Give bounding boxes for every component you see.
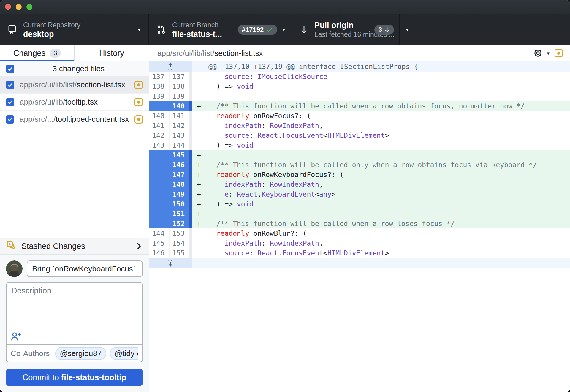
current-repository-button[interactable]: Current Repository desktop ▼ bbox=[0, 14, 149, 45]
old-line-number[interactable]: 144 bbox=[149, 228, 169, 238]
chevron-down-icon: ▼ bbox=[546, 51, 550, 56]
old-line-number[interactable]: 142 bbox=[149, 130, 169, 140]
old-line-number[interactable] bbox=[149, 150, 169, 160]
diff-row-added[interactable]: 145+ bbox=[149, 150, 570, 160]
diff-row-context[interactable]: 142143 source: React.FocusEvent<HTMLDivE… bbox=[149, 130, 570, 140]
diff-row-added[interactable]: 152+ /** This function will be called wh… bbox=[149, 219, 570, 228]
old-line-number[interactable]: 141 bbox=[149, 121, 169, 130]
new-line-number[interactable]: 153 bbox=[169, 228, 189, 238]
new-line-number[interactable]: 142 bbox=[169, 121, 189, 130]
diff-row-added[interactable]: 150+ ) => void bbox=[149, 199, 570, 209]
old-line-number[interactable] bbox=[149, 189, 169, 199]
diff-row-context[interactable]: 146155 source: React.FocusEvent<HTMLDivE… bbox=[149, 248, 570, 258]
expand-hunk-down-button[interactable] bbox=[149, 258, 192, 268]
file-checkbox[interactable] bbox=[6, 115, 14, 124]
diff-line-content: + ) => void bbox=[192, 199, 570, 209]
tab-history[interactable]: History bbox=[74, 45, 149, 61]
expand-hunk-up-button[interactable] bbox=[149, 61, 192, 72]
old-line-number[interactable] bbox=[149, 199, 169, 209]
stashed-changes-label: Stashed Changes bbox=[21, 242, 136, 251]
old-line-number[interactable] bbox=[149, 209, 169, 219]
old-line-number[interactable]: 145 bbox=[149, 238, 169, 248]
diff-line-content: + bbox=[192, 209, 570, 219]
gutter-band bbox=[189, 160, 192, 170]
old-line-number[interactable] bbox=[149, 160, 169, 170]
file-row[interactable]: app/src/ui/lib/tooltip.tsx bbox=[0, 94, 149, 111]
commit-button[interactable]: Commit to file-status-tooltip bbox=[6, 369, 143, 386]
new-line-number[interactable]: 137 bbox=[169, 72, 189, 81]
diff-row-context[interactable]: 139139 bbox=[149, 91, 570, 101]
file-row[interactable]: app/src/.../tooltipped-content.tsx bbox=[0, 111, 149, 128]
old-line-number[interactable]: 137 bbox=[149, 72, 169, 81]
diff-row-context[interactable]: 140141 readonly onRowFocus?: ( bbox=[149, 111, 570, 121]
new-line-number[interactable]: 140 bbox=[169, 101, 189, 111]
old-line-number[interactable]: 139 bbox=[149, 91, 169, 101]
file-checkbox[interactable] bbox=[6, 81, 14, 89]
diff-row-added[interactable]: 149+ e: React.KeyboardEvent<any> bbox=[149, 189, 570, 199]
pull-origin-button[interactable]: Pull origin Last fetched 16 minutes ... … bbox=[292, 14, 400, 45]
new-line-number[interactable]: 147 bbox=[169, 170, 189, 179]
new-line-number[interactable]: 145 bbox=[169, 150, 189, 160]
diff-line-content: + /** This function will be called when … bbox=[192, 219, 570, 228]
select-all-checkbox[interactable] bbox=[6, 65, 14, 73]
minimize-button[interactable] bbox=[16, 4, 22, 10]
commit-summary-input[interactable] bbox=[27, 260, 143, 277]
zoom-button[interactable] bbox=[26, 4, 32, 10]
new-line-number[interactable]: 146 bbox=[169, 160, 189, 170]
tab-changes[interactable]: Changes 3 bbox=[0, 45, 74, 61]
diff-row-added[interactable]: 151+ bbox=[149, 209, 570, 219]
new-line-number[interactable]: 154 bbox=[169, 238, 189, 248]
diff-row-context[interactable]: 143144 ) => void bbox=[149, 140, 570, 150]
gutter-band bbox=[189, 248, 192, 258]
coauthor-pill[interactable]: @sergiou87 bbox=[55, 347, 107, 360]
new-line-number[interactable]: 141 bbox=[169, 111, 189, 121]
new-line-number[interactable]: 155 bbox=[169, 248, 189, 258]
old-line-number[interactable]: 146 bbox=[149, 248, 169, 258]
diff-row-added[interactable]: 147+ readonly onRowKeyboardFocus?: ( bbox=[149, 170, 570, 179]
diff-line-code: /** This function will be called when a … bbox=[208, 220, 455, 227]
old-line-number[interactable] bbox=[149, 170, 169, 179]
file-row[interactable]: app/src/ui/lib/list/section-list.tsx bbox=[0, 76, 149, 94]
diff-row-context[interactable]: 137137 source: IMouseClickSource bbox=[149, 72, 570, 81]
new-line-number[interactable]: 139 bbox=[169, 91, 189, 101]
diff-empty-space bbox=[149, 268, 570, 392]
pull-options-button[interactable]: ▼ bbox=[400, 14, 415, 45]
new-line-number[interactable]: 138 bbox=[169, 81, 189, 91]
diff-line-code: e: React.KeyboardEvent<any> bbox=[208, 190, 335, 198]
new-line-number[interactable]: 144 bbox=[169, 140, 189, 150]
new-line-number[interactable]: 151 bbox=[169, 209, 189, 219]
gutter-band bbox=[189, 72, 192, 81]
old-line-number[interactable] bbox=[149, 179, 169, 189]
old-line-number[interactable]: 143 bbox=[149, 140, 169, 150]
stashed-changes-row[interactable]: Stashed Changes bbox=[0, 238, 149, 255]
modified-status-icon bbox=[134, 81, 143, 89]
new-line-number[interactable]: 149 bbox=[169, 189, 189, 199]
diff-row-context[interactable]: 138138 ) => void bbox=[149, 81, 570, 91]
new-line-number[interactable]: 148 bbox=[169, 179, 189, 189]
old-line-number[interactable]: 138 bbox=[149, 81, 169, 91]
tab-changes-label: Changes bbox=[13, 49, 45, 58]
new-line-number[interactable]: 152 bbox=[169, 219, 189, 228]
pr-status-badge[interactable]: #17192 bbox=[238, 25, 277, 35]
diff-row-context[interactable]: 141142 indexPath: RowIndexPath, bbox=[149, 121, 570, 130]
add-coauthor-button[interactable] bbox=[11, 331, 21, 342]
old-line-number[interactable] bbox=[149, 101, 169, 111]
branch-icon bbox=[157, 25, 166, 35]
diff-row-context[interactable]: 144153 readonly onRowBlur?: ( bbox=[149, 228, 570, 238]
diff-options-button[interactable]: ▼ bbox=[533, 48, 550, 58]
close-button[interactable] bbox=[5, 4, 11, 10]
new-line-number[interactable]: 143 bbox=[169, 130, 189, 140]
diff-row-added[interactable]: 140+ /** This function will be called wh… bbox=[149, 101, 570, 111]
modified-status-icon bbox=[134, 115, 143, 124]
diff-row-added[interactable]: 146+ /** This function will be called on… bbox=[149, 160, 570, 170]
coauthor-pill[interactable]: @tidy-dev bbox=[110, 347, 138, 360]
commit-description-field[interactable]: Description bbox=[7, 283, 142, 344]
old-line-number[interactable]: 140 bbox=[149, 111, 169, 121]
old-line-number[interactable] bbox=[149, 219, 169, 228]
file-checkbox[interactable] bbox=[6, 98, 14, 106]
description-placeholder: Description bbox=[11, 286, 51, 295]
diff-row-context[interactable]: 145154 indexPath: RowIndexPath, bbox=[149, 238, 570, 248]
diff-row-added[interactable]: 148+ indexPath: RowIndexPath, bbox=[149, 179, 570, 189]
new-line-number[interactable]: 150 bbox=[169, 199, 189, 209]
current-branch-button[interactable]: Current Branch file-status-t... #17192 ▼ bbox=[149, 14, 292, 45]
